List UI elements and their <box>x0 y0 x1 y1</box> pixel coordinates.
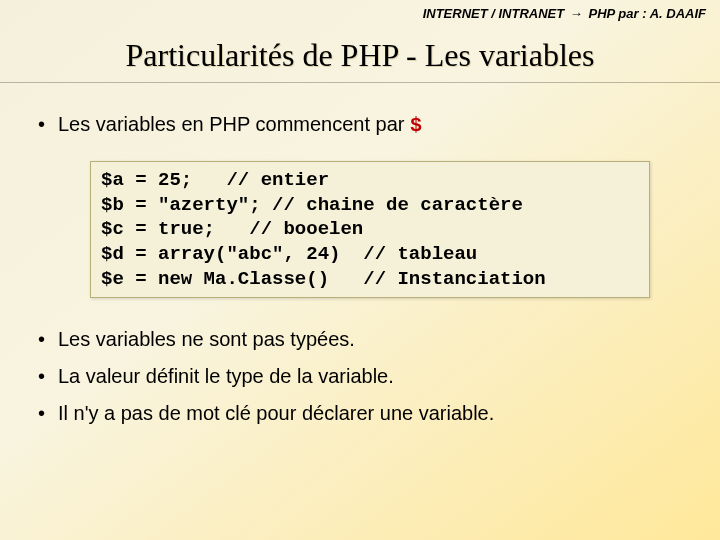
code-line: $d = array("abc", 24) // tableau <box>101 243 477 265</box>
title-divider <box>0 82 720 83</box>
bullet-intro-text: Les variables en PHP commencent par <box>58 113 410 135</box>
slide-title: Particularités de PHP - Les variables <box>0 23 720 82</box>
code-line: $b = "azerty"; // chaine de caractère <box>101 194 523 216</box>
code-block: $a = 25; // entier $b = "azerty"; // cha… <box>90 161 650 298</box>
code-content: $a = 25; // entier $b = "azerty"; // cha… <box>101 168 639 291</box>
header-mid: PHP par : <box>588 6 646 21</box>
bullet-list-bottom: Les variables ne sont pas typées. La val… <box>36 326 690 427</box>
code-line: $c = true; // booelen <box>101 218 363 240</box>
header-author: A. DAAIF <box>650 6 706 21</box>
bullet-item: La valeur définit le type de la variable… <box>36 363 690 390</box>
bullet-intro: Les variables en PHP commencent par $ <box>36 111 690 139</box>
bullet-item: Les variables ne sont pas typées. <box>36 326 690 353</box>
slide-header: INTERNET / INTRANET → PHP par : A. DAAIF <box>0 0 720 23</box>
code-line: $a = 25; // entier <box>101 169 329 191</box>
header-left: INTERNET / INTRANET <box>423 6 565 21</box>
dollar-symbol: $ <box>410 114 422 137</box>
bullet-list-top: Les variables en PHP commencent par $ <box>36 111 690 139</box>
bullet-item: Il n'y a pas de mot clé pour déclarer un… <box>36 400 690 427</box>
code-line: $e = new Ma.Classe() // Instanciation <box>101 268 546 290</box>
arrow-right-icon: → <box>570 6 583 21</box>
slide-content: Les variables en PHP commencent par $ $a… <box>0 111 720 427</box>
